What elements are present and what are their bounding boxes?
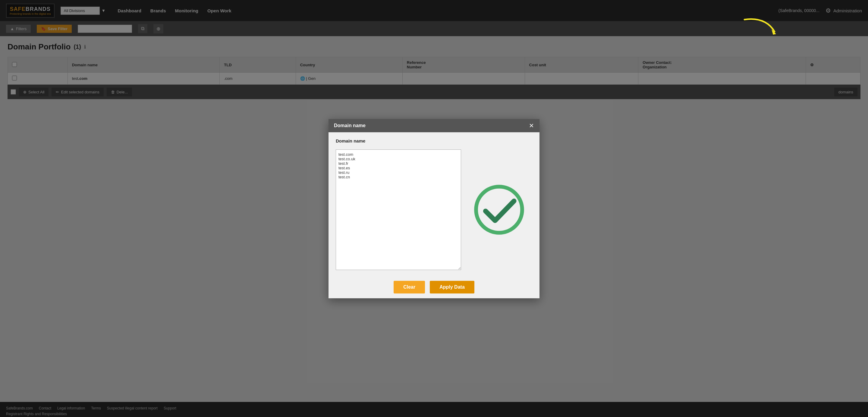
modal-title: Domain name [334, 123, 366, 128]
modal-close-button[interactable]: ✕ [529, 123, 534, 129]
modal-field-label: Domain name [336, 138, 532, 143]
clear-button[interactable]: Clear [394, 281, 425, 293]
modal-footer: Clear Apply Data [329, 276, 539, 298]
modal-overlay[interactable]: Domain name ✕ Domain name test.com test.… [0, 0, 868, 417]
domain-name-textarea[interactable]: test.com test.co.uk test.fr test.es test… [336, 150, 461, 270]
modal-content-area: test.com test.co.uk test.fr test.es test… [336, 150, 532, 270]
svg-point-0 [476, 187, 522, 233]
domain-name-modal: Domain name ✕ Domain name test.com test.… [329, 119, 539, 298]
checkmark-area [466, 150, 532, 270]
checkmark-icon [472, 183, 526, 237]
apply-data-button[interactable]: Apply Data [430, 281, 474, 293]
modal-body: Domain name test.com test.co.uk test.fr … [329, 132, 539, 276]
modal-header: Domain name ✕ [329, 119, 539, 132]
